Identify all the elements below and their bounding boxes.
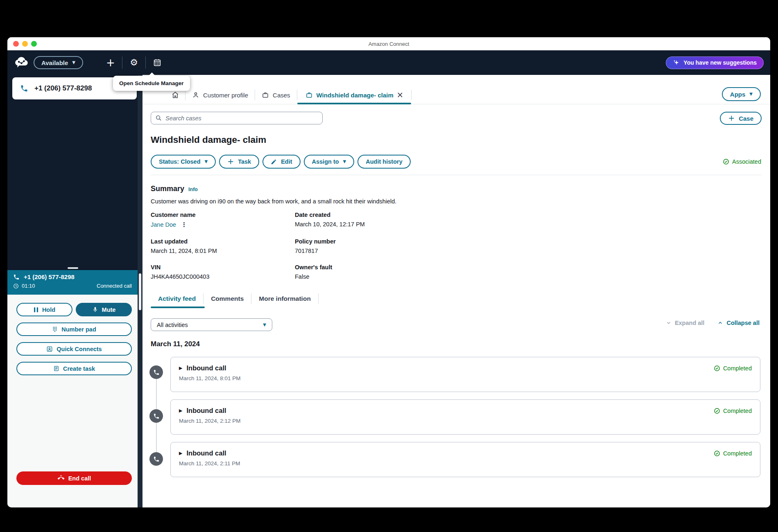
minimize-window-button[interactable]: [22, 41, 28, 47]
briefcase-icon: [305, 91, 313, 99]
quick-connects-button[interactable]: Quick Connects: [16, 342, 132, 356]
tab-label: Windshield damage- claim: [317, 92, 394, 99]
summary-text: Customer was driving on i90 on the way b…: [151, 198, 396, 205]
tab-cases[interactable]: Cases: [255, 86, 297, 104]
associated-label: Associated: [732, 158, 761, 165]
case-title: Windshield damage- claim: [151, 135, 266, 145]
tab-divider: [411, 90, 412, 100]
macos-titlebar: Amazon Connect: [7, 37, 770, 50]
active-tab-underline: [151, 307, 205, 308]
field-label: Customer name: [151, 212, 295, 218]
activity-expand-toggle[interactable]: ▶ Inbound call: [179, 449, 226, 457]
tab-windshield-claim[interactable]: Windshield damage- claim: [297, 86, 411, 104]
chevron-down-icon: ▼: [343, 160, 346, 164]
pause-icon: [34, 307, 38, 313]
collapse-all-button[interactable]: Collapse all: [717, 320, 760, 326]
customer-name-link[interactable]: Jane Doe: [151, 221, 176, 228]
panel-drag-handle[interactable]: [68, 267, 78, 269]
end-call-label: End call: [68, 475, 91, 482]
activity-expand-toggle[interactable]: ▶ Inbound call: [179, 407, 226, 415]
tab-label: Customer profile: [203, 92, 248, 99]
search-cases-input[interactable]: [165, 115, 318, 122]
edit-label: Edit: [281, 158, 292, 165]
summary-info-link[interactable]: Info: [188, 187, 198, 192]
status-dropdown-button[interactable]: Status: Closed ▼: [151, 155, 216, 169]
activity-expand-toggle[interactable]: ▶ Inbound call: [179, 364, 226, 372]
hold-label: Hold: [42, 307, 55, 313]
tab-divider: [318, 293, 319, 304]
case-fields: Customer name Jane Doe ⋮ Date created Ma…: [151, 212, 365, 280]
edit-button[interactable]: Edit: [262, 155, 300, 169]
dialpad-icon: [52, 326, 58, 333]
hold-button[interactable]: Hold: [16, 303, 72, 316]
expand-all-button[interactable]: Expand all: [666, 320, 705, 326]
tab-label: Cases: [273, 92, 290, 99]
home-icon: [171, 91, 179, 99]
assign-to-dropdown-button[interactable]: Assign to ▼: [304, 155, 355, 169]
field-label: VIN: [151, 264, 295, 271]
chevron-down-icon: ▼: [205, 160, 208, 164]
add-task-button[interactable]: + Task: [219, 155, 259, 169]
phone-icon: [13, 274, 20, 280]
mute-button[interactable]: Mute: [76, 303, 132, 316]
tooltip-text: Open Schedule Manager: [119, 80, 184, 86]
field-value: March 11, 2024, 8:01 PM: [151, 248, 295, 254]
chevron-down-icon: ▼: [749, 92, 753, 96]
field-label: Date created: [295, 212, 365, 218]
status-badge: Completed: [714, 450, 752, 457]
check-circle-icon: [714, 450, 720, 457]
end-call-button[interactable]: End call: [16, 471, 132, 485]
activity-timestamp: March 11, 2024, 8:01 PM: [179, 375, 752, 381]
app-window: Amazon Connect Available ▼ + ⚙: [7, 37, 770, 507]
status-label: Completed: [723, 365, 752, 372]
status-label: Status: Closed: [159, 158, 201, 165]
section-divider: [151, 175, 762, 175]
activity-title: Inbound call: [186, 364, 226, 372]
feed-date-heading: March 11, 2024: [151, 340, 200, 348]
tab-more-information[interactable]: More information: [251, 295, 318, 302]
number-pad-button[interactable]: Number pad: [16, 322, 132, 336]
number-pad-label: Number pad: [61, 326, 96, 333]
field-date-created: Date created March 10, 2024, 12:17 PM: [295, 212, 365, 228]
activity-filter-select[interactable]: All activities ▼: [151, 318, 272, 331]
create-task-button[interactable]: Create task: [16, 362, 132, 375]
plus-icon: +: [728, 114, 735, 122]
field-value: False: [295, 273, 365, 280]
agent-status-label: Available: [41, 59, 68, 66]
collapse-all-label: Collapse all: [726, 320, 760, 326]
close-tab-icon[interactable]: [397, 92, 403, 98]
activity-card: ▶ Inbound call Completed March 11, 2024,…: [170, 442, 760, 477]
workspace-tab-bar: Customer profile Cases Windshield damage…: [142, 86, 770, 104]
softphone-sidebar: +1 (206) 577-8298 +1 (206) 577-8298 01:1: [7, 75, 142, 507]
person-icon: [192, 91, 199, 99]
call-timeline-icon: [149, 452, 163, 466]
zoom-window-button[interactable]: [31, 41, 37, 47]
field-value: 7017817: [295, 248, 365, 254]
call-timer: 01:10: [22, 283, 35, 289]
sidebar-scrollbar[interactable]: [138, 75, 142, 507]
kebab-menu-icon[interactable]: ⋮: [181, 221, 187, 228]
create-case-button[interactable]: + Case: [720, 112, 762, 125]
status-badge: Completed: [714, 408, 752, 414]
field-customer-name: Customer name Jane Doe ⋮: [151, 212, 295, 228]
field-owners-fault: Owner's fault False: [295, 264, 365, 280]
new-contact-button[interactable]: +: [105, 57, 116, 68]
check-circle-icon: [723, 158, 729, 165]
activity-timestamp: March 11, 2024, 2:11 PM: [179, 460, 752, 467]
create-task-label: Create task: [63, 365, 95, 372]
audit-history-button[interactable]: Audit history: [357, 155, 410, 169]
apps-dropdown-button[interactable]: Apps ▼: [722, 87, 761, 101]
settings-gear-button[interactable]: ⚙: [129, 58, 139, 67]
new-suggestions-button[interactable]: You have new suggestions: [666, 56, 764, 69]
tab-comments[interactable]: Comments: [204, 295, 251, 302]
scrollbar-thumb[interactable]: [139, 273, 141, 310]
tab-customer-profile[interactable]: Customer profile: [185, 86, 255, 104]
schedule-calendar-button[interactable]: [152, 58, 163, 67]
agent-status-dropdown[interactable]: Available ▼: [34, 56, 83, 69]
case-action-bar: Status: Closed ▼ + Task Edit Assign to ▼: [151, 155, 411, 169]
call-number: +1 (206) 577-8298: [24, 273, 75, 280]
tab-activity-feed[interactable]: Activity feed: [151, 295, 203, 302]
close-window-button[interactable]: [13, 41, 19, 47]
end-call-phone-icon: [57, 475, 65, 482]
status-label: Completed: [723, 450, 752, 457]
